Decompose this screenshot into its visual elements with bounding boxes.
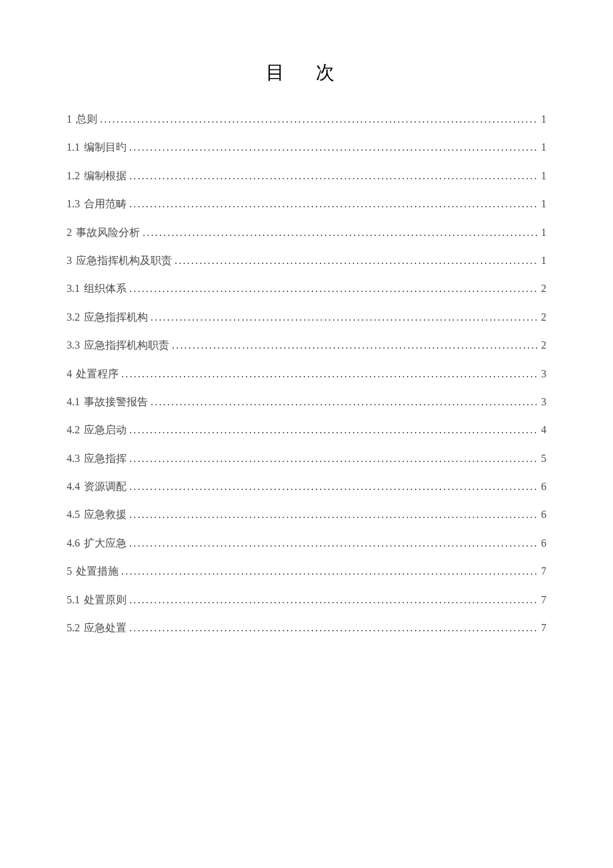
toc-entry-number: 3.1 bbox=[67, 281, 80, 296]
toc-entry-page: 2 bbox=[541, 338, 546, 353]
toc-entry-number: 1.3 bbox=[67, 197, 80, 211]
toc-entry-label: 应急指挥机构 bbox=[84, 310, 148, 325]
toc-entry-label: 编制目旳 bbox=[84, 140, 127, 155]
toc-entry-number: 4.3 bbox=[67, 451, 80, 466]
toc-entry-page: 2 bbox=[541, 310, 546, 325]
toc-entry: 4.6扩大应急6 bbox=[67, 536, 546, 551]
toc-entry: 3应急指挥机构及职责1 bbox=[67, 253, 546, 268]
toc-title: 目 次 bbox=[67, 60, 546, 85]
toc-entry-label: 事故接警报告 bbox=[84, 395, 148, 409]
toc-entry-number: 1.2 bbox=[67, 169, 80, 183]
toc-leader-dots bbox=[129, 140, 538, 155]
toc-leader-dots bbox=[129, 423, 538, 437]
toc-entry-number: 5.1 bbox=[67, 593, 80, 607]
toc-leader-dots bbox=[129, 479, 538, 494]
toc-entry: 3.3应急指挥机构职责2 bbox=[67, 338, 546, 353]
toc-entry-number: 2 bbox=[67, 225, 72, 240]
toc-entry: 5.2应急处置7 bbox=[67, 621, 546, 635]
toc-leader-dots bbox=[129, 281, 538, 296]
toc-entry-page: 5 bbox=[541, 451, 546, 466]
toc-entry-page: 1 bbox=[541, 225, 546, 240]
toc-leader-dots bbox=[129, 169, 538, 183]
toc-entry: 1.2编制根据1 bbox=[67, 169, 546, 183]
toc-entry-label: 应急救援 bbox=[84, 507, 127, 522]
toc-entry-page: 2 bbox=[541, 281, 546, 296]
toc-leader-dots bbox=[143, 225, 538, 240]
toc-entry: 3.2应急指挥机构2 bbox=[67, 310, 546, 325]
toc-entry-page: 7 bbox=[541, 564, 546, 579]
toc-leader-dots bbox=[129, 621, 538, 635]
toc-entry-number: 3.3 bbox=[67, 338, 80, 353]
toc-leader-dots bbox=[100, 112, 538, 127]
toc-entry-label: 总则 bbox=[76, 112, 97, 127]
toc-entry-label: 处置原则 bbox=[84, 593, 127, 607]
toc-entry-number: 4 bbox=[67, 367, 72, 381]
toc-entry-label: 事故风险分析 bbox=[76, 225, 140, 240]
toc-entry-label: 应急指挥 bbox=[84, 451, 127, 466]
toc-entry-label: 应急指挥机构职责 bbox=[84, 338, 169, 353]
toc-entry-number: 1.1 bbox=[67, 140, 80, 155]
toc-entry-number: 5 bbox=[67, 564, 72, 579]
toc-leader-dots bbox=[129, 536, 538, 551]
toc-entry-number: 1 bbox=[67, 112, 72, 127]
toc-entry-number: 4.1 bbox=[67, 395, 80, 409]
toc-leader-dots bbox=[129, 197, 538, 211]
toc-entry: 1.3合用范畴1 bbox=[67, 197, 546, 211]
toc-entry-page: 7 bbox=[541, 621, 546, 635]
toc-entry-number: 4.6 bbox=[67, 536, 80, 551]
toc-leader-dots bbox=[151, 310, 538, 325]
toc-entry-page: 6 bbox=[541, 507, 546, 522]
toc-entry-number: 5.2 bbox=[67, 621, 80, 635]
toc-entry: 4处置程序3 bbox=[67, 367, 546, 381]
toc-entry-page: 1 bbox=[541, 253, 546, 268]
toc-entry-label: 应急指挥机构及职责 bbox=[76, 253, 172, 268]
toc-entry-label: 资源调配 bbox=[84, 479, 127, 494]
toc-entry-page: 1 bbox=[541, 140, 546, 155]
toc-entry-page: 7 bbox=[541, 593, 546, 607]
toc-list: 1总则11.1编制目旳11.2编制根据11.3合用范畴12事故风险分析13应急指… bbox=[67, 112, 546, 635]
toc-entry-page: 3 bbox=[541, 367, 546, 381]
toc-entry-page: 3 bbox=[541, 395, 546, 409]
toc-entry-label: 应急启动 bbox=[84, 423, 127, 437]
toc-entry-number: 3 bbox=[67, 253, 72, 268]
toc-leader-dots bbox=[172, 338, 538, 353]
toc-entry-number: 4.5 bbox=[67, 507, 80, 522]
toc-entry-page: 4 bbox=[541, 423, 546, 437]
toc-leader-dots bbox=[121, 564, 538, 579]
toc-entry-label: 编制根据 bbox=[84, 169, 127, 183]
toc-entry-label: 应急处置 bbox=[84, 621, 127, 635]
toc-entry-number: 4.4 bbox=[67, 479, 80, 494]
toc-leader-dots bbox=[129, 593, 538, 607]
toc-leader-dots bbox=[129, 507, 538, 522]
toc-entry-label: 处置措施 bbox=[76, 564, 119, 579]
toc-entry: 4.1事故接警报告3 bbox=[67, 395, 546, 409]
toc-entry-page: 6 bbox=[541, 536, 546, 551]
toc-leader-dots bbox=[175, 253, 538, 268]
document-page: 目 次 1总则11.1编制目旳11.2编制根据11.3合用范畴12事故风险分析1… bbox=[0, 0, 613, 635]
toc-entry: 2事故风险分析1 bbox=[67, 225, 546, 240]
toc-entry-label: 扩大应急 bbox=[84, 536, 127, 551]
toc-entry: 4.2应急启动4 bbox=[67, 423, 546, 437]
toc-entry: 1.1编制目旳1 bbox=[67, 140, 546, 155]
toc-entry-page: 1 bbox=[541, 112, 546, 127]
toc-entry-number: 4.2 bbox=[67, 423, 80, 437]
toc-entry-page: 1 bbox=[541, 169, 546, 183]
toc-entry-label: 处置程序 bbox=[76, 367, 119, 381]
toc-entry: 1总则1 bbox=[67, 112, 546, 127]
toc-entry: 4.3应急指挥5 bbox=[67, 451, 546, 466]
toc-entry: 5.1处置原则7 bbox=[67, 593, 546, 607]
toc-leader-dots bbox=[129, 451, 538, 466]
toc-entry: 5处置措施7 bbox=[67, 564, 546, 579]
toc-entry: 3.1组织体系2 bbox=[67, 281, 546, 296]
toc-entry: 4.5应急救援6 bbox=[67, 507, 546, 522]
toc-leader-dots bbox=[151, 395, 538, 409]
toc-entry-number: 3.2 bbox=[67, 310, 80, 325]
toc-entry-page: 1 bbox=[541, 197, 546, 211]
toc-entry: 4.4资源调配6 bbox=[67, 479, 546, 494]
toc-leader-dots bbox=[121, 367, 538, 381]
toc-entry-page: 6 bbox=[541, 479, 546, 494]
toc-entry-label: 合用范畴 bbox=[84, 197, 127, 211]
toc-entry-label: 组织体系 bbox=[84, 281, 127, 296]
